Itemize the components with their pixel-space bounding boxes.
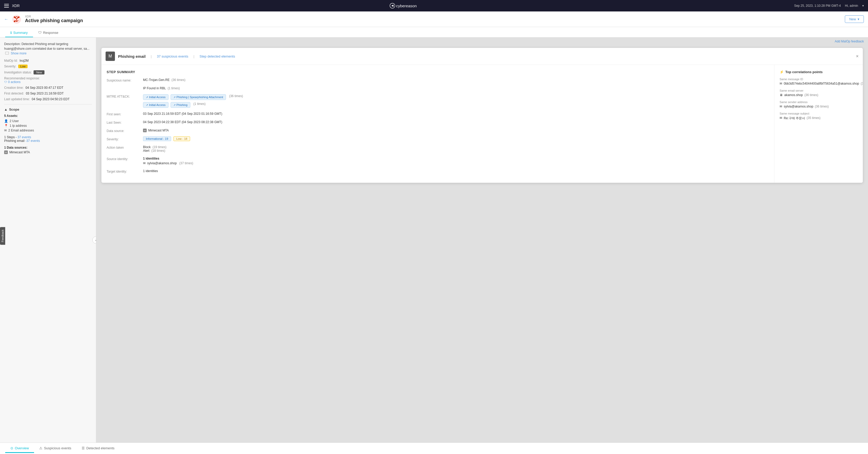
campaign-title: Active phishing campaign: [25, 18, 83, 23]
correlations-icon: ⚡: [780, 70, 784, 74]
detected-icon: ☰: [82, 446, 85, 450]
source-identity-count: 1 identities: [143, 157, 193, 160]
email-identity-icon: ✉: [143, 162, 146, 165]
mitre-initial-access-2[interactable]: ↗ Initial Access: [143, 102, 168, 108]
suspicious-name-row: Suspicious name: MC-Trojan.Gen.RE (36 ti…: [106, 78, 769, 82]
severity-row: Severity: Informational - 19 Low - 18: [106, 137, 769, 141]
action-taken-row: Action taken Block (19 times) Alert (18 …: [106, 145, 769, 152]
corr-sender-address: Same sender address ✉ sylvia@akamos.shop…: [780, 101, 858, 108]
chevron-up-icon: ▲: [4, 108, 7, 111]
sidebar-collapse-toggle[interactable]: ‹: [92, 236, 96, 244]
ip-rbl-row: IP Found in RBL (1 times): [106, 86, 769, 90]
modal-events-link[interactable]: 37 suspicious events: [157, 54, 188, 58]
subject-icon: ✉: [780, 116, 782, 120]
first-seen-value: 03 Sep 2023 21:16:59 EDT (04 Sep 2023 01…: [143, 112, 222, 116]
header-titles: XDR Active phishing campaign: [25, 15, 83, 23]
action-block-times: (19 times): [153, 145, 166, 149]
action-alert-times: (18 times): [151, 149, 165, 152]
feedback-sidebar[interactable]: Feedback: [0, 227, 5, 245]
creation-time-field: Creation time: 04 Sep 2023 00:47:17 EDT: [4, 86, 92, 89]
severity-low: Low - 18: [174, 136, 190, 141]
external-link-icon3: ↗: [146, 104, 148, 107]
scope-toggle[interactable]: ▲ Scope: [4, 108, 92, 111]
source-identity-row: Source identity: 1 identities ✉ sylvia@a…: [106, 157, 769, 165]
modal-close-button[interactable]: ×: [856, 54, 859, 59]
mitre-initial-access-1[interactable]: ↗ Initial Access: [143, 94, 168, 100]
target-identity-row: Target identity: 1 identities: [106, 169, 769, 173]
modal-header: M Phishing email | 37 suspicious events …: [101, 48, 863, 65]
corr-item: ✉ 0bb3d574ebc54044400a8fbf75634a51@akamo…: [780, 82, 858, 85]
corr-email-server: Same email server 🖥 akamos.shop (36 time…: [780, 89, 858, 97]
back-button[interactable]: ←: [4, 17, 8, 22]
main-layout: Description: Detected Phishing email tar…: [0, 37, 868, 443]
mitre-row: MITRE ATT&CK: ↗ Initial Access ↗ Phishin…: [106, 94, 769, 108]
correlations-title: ⚡ Top correlations points: [780, 70, 858, 74]
corr-message-id: Same message ID ✉ 0bb3d574ebc54044400a8f…: [780, 78, 858, 85]
nav-right: Sep 25, 2023, 1:10:28 PM GMT-4 Hi, admin…: [794, 4, 864, 7]
mitre-times-2: (1 times): [193, 102, 206, 108]
user-greeting: Hi, admin: [845, 4, 858, 7]
corr-message-subject: Same message subject ✉ Re:구매 주문서 (35 tim…: [780, 112, 858, 120]
main-content: Add MalOp feedback M Phishing email | 37…: [96, 37, 868, 443]
new-button[interactable]: New ▾: [845, 16, 864, 23]
target-identity-count: 1 identities: [143, 169, 158, 173]
source-identity-item: ✉ sylvia@akamos.shop (37 times): [143, 162, 193, 165]
top-navigation: XDR cybereason Sep 25, 2023, 1:10:28 PM …: [0, 0, 868, 11]
last-seen-value: 04 Sep 2023 04:22:38 EDT (04 Sep 2023 08…: [143, 120, 222, 124]
external-link-icon4: ↗: [174, 104, 176, 107]
menu-icon[interactable]: [4, 4, 9, 7]
sidebar: Description: Detected Phishing email tar…: [0, 37, 96, 443]
data-source-row: Data source: M Mimecast MTA: [106, 129, 769, 133]
actions-link[interactable]: 🛡 0 actions: [4, 80, 92, 84]
steps-events-link[interactable]: 37 events: [18, 135, 31, 139]
step-summary-title: STEP SUMMARY: [106, 70, 769, 74]
severity-badge: Low: [18, 64, 28, 68]
data-sources-section: 1 Data sources: M Mimecast MTA: [4, 146, 92, 154]
tab-response[interactable]: 🛡 Response: [33, 29, 64, 37]
svg-point-6: [14, 21, 16, 22]
overview-icon: ⊙: [10, 446, 13, 450]
svg-text:cybereason: cybereason: [396, 4, 417, 8]
suspicious-icon: ⚠: [39, 446, 42, 450]
suspicious-name-value: MC-Trojan.Gen.RE: [143, 78, 169, 82]
app-name: XDR: [12, 4, 20, 8]
modal-title: Phishing email: [118, 54, 146, 59]
mitre-phishing[interactable]: ↗ Phishing: [170, 102, 190, 108]
bottom-tab-suspicious-events[interactable]: ⚠ Suspicious events: [34, 444, 76, 453]
action-alert: Alert: [143, 149, 150, 152]
mitre-phishing-spear[interactable]: ↗ Phishing | Spearphishing Attachment: [170, 94, 226, 100]
server-icon: 🖥: [780, 93, 783, 97]
malop-id-field: MalOp Id: lvuj2M: [4, 59, 92, 62]
steps-section: 1 Steps - 37 events Phishing email -37 e…: [4, 135, 92, 143]
ip-rbl-value: IP Found in RBL: [143, 86, 166, 90]
xdr-icon: [11, 14, 22, 25]
severity-informational: Informational - 19: [143, 136, 171, 141]
sender-email-icon: ✉: [780, 105, 782, 108]
bottom-tab-overview[interactable]: ⊙ Overview: [5, 444, 34, 453]
external-link-icon: ↗: [146, 96, 148, 99]
step-detail-link[interactable]: -37 events: [25, 139, 40, 143]
header-bar: ← XDR Active phishing campaign New ▾: [0, 11, 868, 27]
corr-sender-item: ✉ sylvia@akamos.shop (36 times): [780, 105, 858, 108]
modal-body: STEP SUMMARY Suspicious name: MC-Trojan.…: [101, 65, 863, 183]
data-source-item: M Mimecast MTA: [4, 150, 92, 154]
action-block: Block: [143, 145, 151, 149]
asset-ip: 📍 1 Ip address: [4, 124, 92, 127]
modal-elements-link[interactable]: Step detected elements: [199, 54, 235, 58]
datetime: Sep 25, 2023, 1:10:28 PM GMT-4: [794, 4, 841, 7]
add-feedback-link[interactable]: Add MalOp feedback: [835, 39, 864, 43]
xdr-label: XDR: [25, 15, 83, 18]
email-corr-icon: ✉: [780, 82, 782, 85]
last-seen-row: Last Seen: 04 Sep 2023 04:22:38 EDT (04 …: [106, 120, 769, 124]
external-link-icon2: ↗: [174, 96, 176, 99]
bottom-tab-detected-elements[interactable]: ☰ Detected elements: [76, 444, 120, 453]
first-seen-row: First seen: 03 Sep 2023 21:16:59 EDT (04…: [106, 112, 769, 116]
sub-tabs: ℹ Summary 🛡 Response: [0, 27, 868, 37]
source-email: sylvia@akamos.shop: [147, 162, 177, 165]
mimecast-modal-icon: M: [143, 129, 147, 132]
user-chevron[interactable]: ▾: [862, 4, 864, 7]
show-more-link[interactable]: Show more: [11, 52, 27, 55]
data-source-value: Mimecast MTA: [148, 129, 169, 132]
tab-summary[interactable]: ℹ Summary: [5, 29, 33, 37]
assets-count: 5 Assets:: [4, 114, 92, 118]
